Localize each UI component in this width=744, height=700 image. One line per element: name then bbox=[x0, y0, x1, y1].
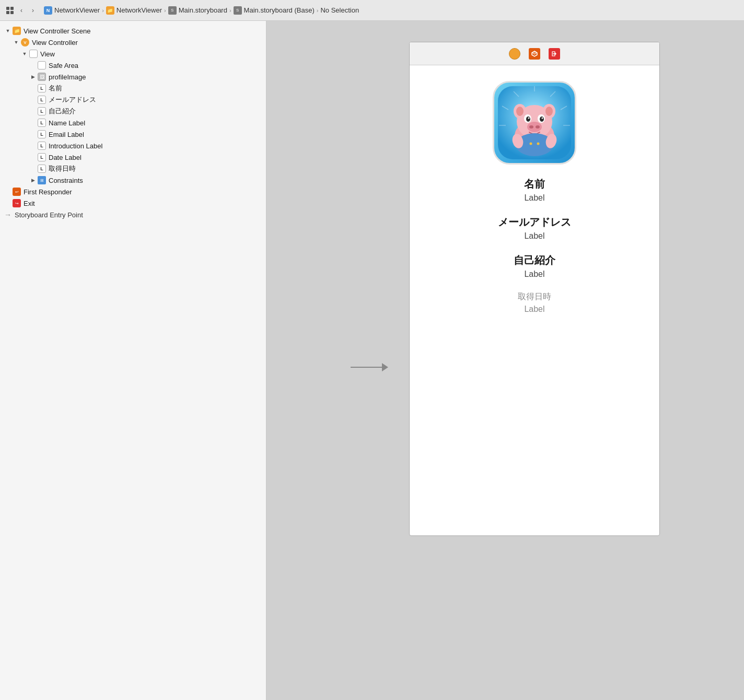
tree-label-email-jp: メールアドレス bbox=[49, 95, 96, 104]
profile-image bbox=[493, 81, 576, 165]
svg-point-29 bbox=[536, 125, 540, 129]
label-icon-date-label: L bbox=[38, 153, 46, 161]
name-section: 名前 Label bbox=[420, 177, 649, 203]
entry-arrow-icon: → bbox=[4, 211, 11, 219]
breadcrumb-label-1: NetworkViewer bbox=[54, 6, 100, 14]
email-value-label: Label bbox=[524, 231, 544, 241]
tree-item-safe-area[interactable]: Safe Area bbox=[0, 60, 266, 71]
email-section: メールアドレス Label bbox=[420, 215, 649, 241]
tree-arrow-vc-scene[interactable] bbox=[4, 27, 11, 34]
arrow-head bbox=[382, 363, 388, 371]
svg-point-28 bbox=[529, 125, 533, 129]
svg-rect-1 bbox=[10, 7, 14, 10]
svg-point-23 bbox=[526, 116, 530, 122]
tree-item-profile-image[interactable]: 🖼 profileImage bbox=[0, 71, 266, 83]
tree-label-constraints: Constraints bbox=[49, 177, 83, 184]
tree-item-name-label[interactable]: L Name Label bbox=[0, 117, 266, 129]
breadcrumb-icon-2: 📁 bbox=[106, 6, 114, 15]
tree-label-view: View bbox=[40, 50, 55, 58]
white-box-icon-safe-area bbox=[38, 61, 46, 69]
exit-indicator[interactable] bbox=[549, 48, 560, 60]
tree-item-vc-scene[interactable]: 📁 View Controller Scene bbox=[0, 25, 266, 37]
name-jp-title: 名前 bbox=[524, 177, 545, 191]
intro-section: 自己紹介 Label bbox=[420, 253, 649, 279]
tree-label-vc: View Controller bbox=[32, 39, 78, 46]
tree-label-name-jp: 名前 bbox=[49, 84, 62, 93]
image-icon-profile: 🖼 bbox=[38, 73, 46, 81]
date-section: 取得日時 Label bbox=[420, 291, 649, 314]
breadcrumb-icon-3: S bbox=[168, 6, 177, 15]
svg-point-26 bbox=[542, 118, 543, 119]
breadcrumb-icon-1: N bbox=[44, 6, 52, 15]
tree-label-vc-scene: View Controller Scene bbox=[24, 27, 90, 35]
svg-point-24 bbox=[540, 116, 544, 122]
tree-item-vc[interactable]: V View Controller bbox=[0, 37, 266, 48]
tree-item-name-jp[interactable]: L 名前 bbox=[0, 83, 266, 94]
tree-item-exit[interactable]: ↪ Exit bbox=[0, 197, 266, 209]
label-icon-email-jp: L bbox=[38, 96, 46, 104]
tree-label-safe-area: Safe Area bbox=[49, 62, 78, 69]
svg-point-25 bbox=[528, 118, 530, 119]
tree-item-first-responder[interactable]: ↩ First Responder bbox=[0, 186, 266, 197]
label-icon-intro-jp: L bbox=[38, 107, 46, 115]
breadcrumb-item-1[interactable]: N NetworkViewer bbox=[44, 6, 100, 15]
tree-label-first-responder: First Responder bbox=[24, 188, 72, 196]
pig-illustration bbox=[498, 86, 571, 159]
breadcrumb-label-3: Main.storyboard bbox=[179, 6, 227, 14]
name-value-label: Label bbox=[524, 193, 544, 203]
tree-label-intro-label: Introduction Label bbox=[49, 142, 102, 150]
tree-arrow-profile-image[interactable] bbox=[29, 73, 37, 80]
tree-item-date-jp[interactable]: L 取得日時 bbox=[0, 163, 266, 174]
vc-indicator-circle[interactable] bbox=[509, 48, 520, 60]
tree-item-view[interactable]: View bbox=[0, 48, 266, 60]
breadcrumb-item-3[interactable]: S Main.storyboard bbox=[168, 6, 227, 15]
date-jp-title: 取得日時 bbox=[518, 291, 551, 302]
entry-point-label: Storyboard Entry Point bbox=[15, 211, 83, 219]
svg-rect-0 bbox=[6, 7, 9, 10]
svg-point-20 bbox=[545, 107, 553, 116]
svg-marker-5 bbox=[532, 51, 537, 54]
tree-item-email-label[interactable]: L Email Label bbox=[0, 129, 266, 140]
exit-icon: ↪ bbox=[13, 199, 21, 207]
first-responder-indicator[interactable] bbox=[529, 48, 540, 60]
back-button[interactable]: ‹ bbox=[17, 6, 26, 15]
constraints-icon: ⊞ bbox=[38, 176, 46, 184]
tree-arrow-vc[interactable] bbox=[13, 39, 20, 46]
breadcrumb-icon-4: S bbox=[234, 6, 242, 15]
pig-avatar bbox=[493, 81, 576, 165]
tree-arrow-view[interactable] bbox=[21, 50, 28, 57]
tree-arrow-constraints[interactable] bbox=[29, 177, 37, 184]
grid-view-icon[interactable] bbox=[5, 6, 15, 15]
label-icon-email-label: L bbox=[38, 130, 46, 138]
breadcrumb-label-5: No Selection bbox=[320, 6, 359, 14]
tree-item-intro-label[interactable]: L Introduction Label bbox=[0, 140, 266, 151]
tree-label-intro-jp: 自己紹介 bbox=[49, 107, 76, 116]
canvas-panel: 名前 Label メールアドレス Label 自己紹介 Label bbox=[266, 21, 744, 700]
tree-item-constraints[interactable]: ⊞ Constraints bbox=[0, 174, 266, 186]
view-controller-frame: 名前 Label メールアドレス Label 自己紹介 Label bbox=[409, 42, 660, 536]
forward-button[interactable]: › bbox=[28, 6, 38, 15]
entry-point-arrow bbox=[351, 363, 388, 371]
tree-label-exit: Exit bbox=[24, 200, 35, 207]
breadcrumb-label-2: NetworkViewer bbox=[117, 6, 162, 14]
tree-item-intro-jp[interactable]: L 自己紹介 bbox=[0, 106, 266, 117]
breadcrumb-item-5: No Selection bbox=[320, 6, 359, 14]
tree-item-email-jp[interactable]: L メールアドレス bbox=[0, 94, 266, 106]
breadcrumb: N NetworkViewer › 📁 NetworkViewer › S Ma… bbox=[44, 6, 359, 15]
orange-circle-icon-vc: V bbox=[21, 38, 29, 46]
top-bar: ‹ › N NetworkViewer › 📁 NetworkViewer › … bbox=[0, 0, 744, 21]
label-icon-intro-label: L bbox=[38, 142, 46, 150]
svg-point-18 bbox=[516, 107, 524, 116]
intro-jp-title: 自己紹介 bbox=[514, 253, 555, 267]
storyboard-entry-point-row: → Storyboard Entry Point bbox=[0, 209, 266, 220]
tree-item-date-label[interactable]: L Date Label bbox=[0, 151, 266, 163]
breadcrumb-sep-1: › bbox=[102, 7, 104, 14]
breadcrumb-item-4[interactable]: S Main.storyboard (Base) bbox=[234, 6, 315, 15]
breadcrumb-sep-3: › bbox=[229, 7, 231, 14]
svg-rect-3 bbox=[10, 11, 14, 14]
breadcrumb-sep-4: › bbox=[317, 7, 319, 14]
breadcrumb-item-2[interactable]: 📁 NetworkViewer bbox=[106, 6, 162, 15]
tree-label-date-label: Date Label bbox=[49, 154, 82, 161]
intro-value-label: Label bbox=[524, 270, 544, 279]
first-responder-icon: ↩ bbox=[13, 188, 21, 196]
